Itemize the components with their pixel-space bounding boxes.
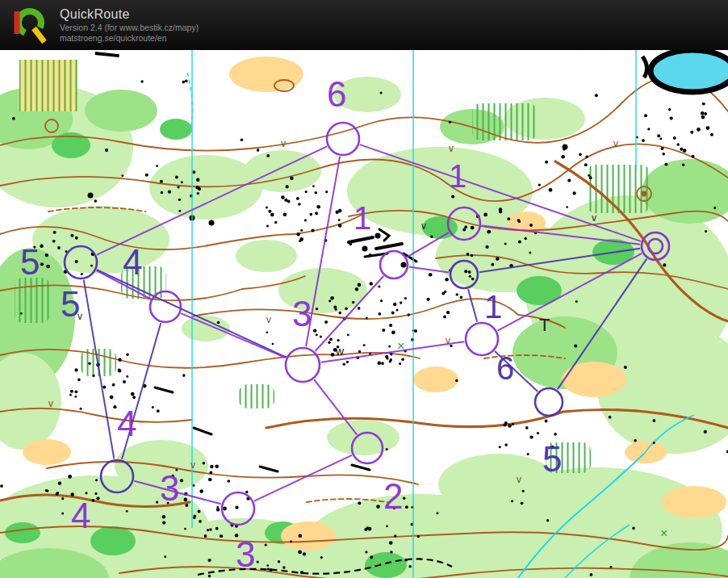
map-symbol-label: × <box>660 526 667 540</box>
map-view[interactable]: vvvvvvwvT××vvvv 611545316452343 <box>0 50 728 578</box>
map-symbol-label: v <box>613 138 618 149</box>
map-symbol-label: v <box>266 314 271 325</box>
quickroute-logo-icon <box>11 5 48 45</box>
control-number: 6 <box>327 74 346 114</box>
control-number: 3 <box>160 468 179 508</box>
map-symbol-label: v <box>48 398 53 409</box>
map-symbol-label: v <box>421 220 426 232</box>
map-symbol-label: v <box>281 138 286 149</box>
control-number: 5 <box>61 284 80 324</box>
control-number: 1 <box>484 289 502 325</box>
control-number: 4 <box>71 496 90 535</box>
map-symbol-label: T <box>539 315 550 335</box>
header-titles: QuickRoute Version 2.4 (for www.bestik.c… <box>60 6 199 44</box>
map-symbol-label: v <box>190 459 195 471</box>
app-version-line: Version 2.4 (for www.bestik.cz/mapy) <box>60 23 199 33</box>
control-number: 5 <box>542 439 562 479</box>
control-number: 1 <box>354 200 371 236</box>
control-number: 2 <box>383 476 403 516</box>
map-symbol-label: v <box>449 143 454 154</box>
map-symbol-label: v <box>592 212 596 224</box>
app-header: QuickRoute Version 2.4 (for www.bestik.c… <box>0 0 728 50</box>
control-number: 1 <box>449 158 467 194</box>
control-number: 4 <box>123 242 142 282</box>
map-canvas[interactable]: vvvvvvwvT××vvvv 611545316452343 <box>0 50 728 578</box>
control-number: 4 <box>117 404 136 443</box>
map-symbol-label: w <box>335 345 345 358</box>
app-url-line: matstroeng.se/quickroute/en <box>60 33 199 44</box>
control-number: 6 <box>496 350 514 386</box>
control-number: 5 <box>20 242 40 282</box>
quickroute-window: QuickRoute Version 2.4 (for www.bestik.c… <box>0 0 728 578</box>
control-number: 3 <box>292 294 312 333</box>
map-symbol-label: v <box>517 474 521 485</box>
control-number: 3 <box>236 534 255 574</box>
app-title: QuickRoute <box>60 6 199 23</box>
